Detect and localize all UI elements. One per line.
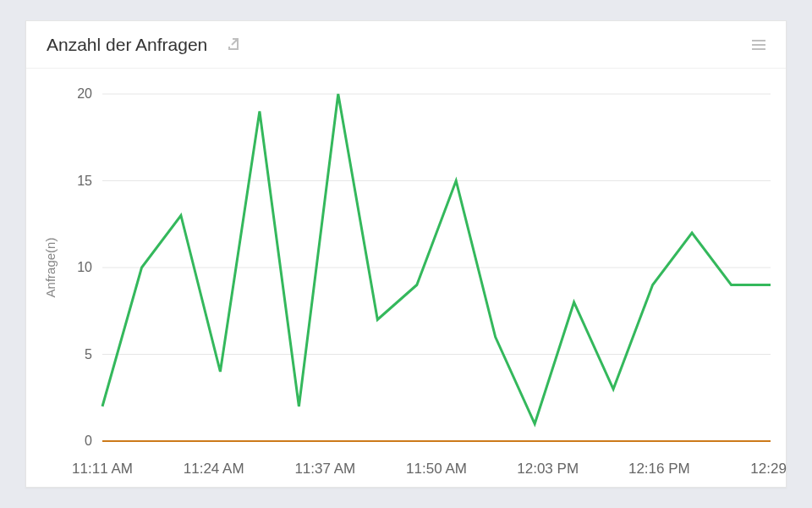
chart-card: Anzahl der Anfragen 05101520Anfrage(n)11… — [25, 20, 787, 488]
y-tick-label: 0 — [85, 433, 92, 448]
x-tick-label: 11:24 AM — [184, 461, 244, 477]
hamburger-menu-icon[interactable] — [752, 40, 765, 50]
y-tick-label: 20 — [77, 86, 92, 101]
x-tick-label: 12:03 PM — [517, 461, 579, 477]
x-tick-label: 12:29. — [750, 461, 787, 477]
chart-title: Anzahl der Anfragen — [47, 35, 207, 55]
series-line-main — [102, 94, 771, 424]
card-header: Anzahl der Anfragen — [26, 21, 786, 69]
x-tick-label: 12:16 PM — [628, 461, 690, 477]
line-chart: 05101520Anfrage(n)11:11 AM11:24 AM11:37 … — [26, 69, 787, 489]
y-axis-label: Anfrage(n) — [43, 238, 58, 298]
y-tick-label: 15 — [77, 174, 92, 188]
chart-area: 05101520Anfrage(n)11:11 AM11:24 AM11:37 … — [26, 69, 786, 487]
x-tick-label: 11:50 AM — [406, 461, 467, 477]
popout-icon[interactable] — [226, 37, 241, 52]
x-tick-label: 11:37 AM — [294, 461, 355, 477]
x-tick-label: 11:11 AM — [72, 461, 133, 477]
y-tick-label: 5 — [85, 347, 92, 362]
y-tick-label: 10 — [77, 260, 92, 274]
